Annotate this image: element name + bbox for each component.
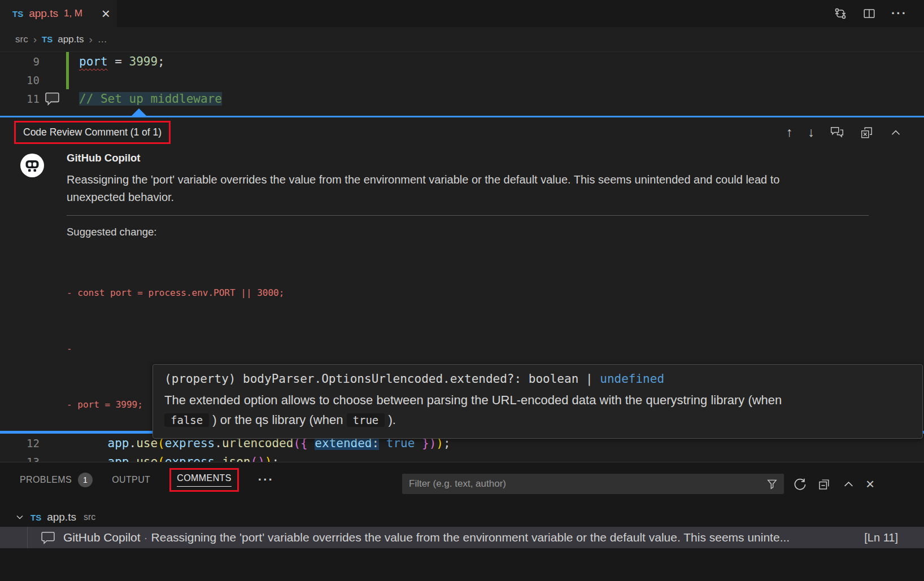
more-panel-tabs-icon[interactable]: ··· — [258, 473, 274, 487]
code-text: app.use(express.json()); — [79, 455, 279, 462]
comment-anchor-arrow — [132, 108, 146, 116]
comment-body: Reassigning the 'port' variable override… — [67, 171, 870, 206]
typescript-file-icon: TS — [42, 34, 53, 44]
comment-line-reference: [Ln 11] — [860, 531, 898, 544]
line-number: 11 — [0, 93, 40, 105]
code-editor: 9 port = 3999; 10 11 // Set up middlewar… — [0, 52, 924, 108]
comment-author: GitHub Copilot — [67, 152, 924, 164]
tooltip-signature: (property) bodyParser.OptionsUrlencoded.… — [153, 365, 922, 388]
typescript-file-icon: TS — [30, 513, 41, 522]
chevron-down-icon — [15, 512, 25, 522]
tab-modified-indicator: 1, M — [64, 8, 82, 19]
close-all-comments-icon[interactable] — [860, 126, 874, 139]
diff-line: - — [67, 343, 72, 354]
tree-file-name: app.ts — [47, 511, 76, 523]
editor-tab-bar: TS app.ts 1, M × ··· — [0, 0, 924, 27]
tree-file-path: src — [84, 512, 95, 522]
vscode-window: TS app.ts 1, M × ··· — [0, 0, 924, 581]
close-panel-icon[interactable]: × — [866, 478, 874, 490]
code-line-11[interactable]: 11 // Set up middleware — [0, 89, 924, 108]
refresh-icon[interactable] — [793, 477, 807, 491]
breadcrumb-symbol[interactable]: … — [98, 34, 107, 45]
line-number: 9 — [0, 55, 40, 68]
gutter-modified-indicator — [66, 71, 69, 89]
breadcrumb-folder[interactable]: src — [15, 34, 28, 45]
suggested-change-label: Suggested change: — [67, 226, 924, 238]
tab-app-ts[interactable]: TS app.ts 1, M × — [0, 0, 117, 27]
problems-count-badge: 1 — [78, 473, 93, 487]
collapse-all-icon[interactable] — [817, 477, 831, 491]
filter-icon[interactable] — [766, 478, 778, 490]
more-actions-icon[interactable]: ··· — [891, 6, 907, 21]
comment-thread-icon[interactable] — [45, 92, 60, 106]
comment-discussion-icon[interactable] — [830, 126, 844, 139]
comment-row-author: GitHub Copilot — [63, 531, 141, 544]
code-text: port = 3999; — [79, 55, 165, 68]
gutter-modified-indicator — [66, 52, 69, 71]
line-number: 12 — [0, 437, 40, 449]
panel-actions: × — [793, 474, 874, 494]
hover-tooltip: (property) bodyParser.OptionsUrlencoded.… — [152, 364, 923, 439]
comment-widget-actions: ↑ ↓ — [786, 125, 913, 140]
code-line-9[interactable]: 9 port = 3999; — [0, 52, 924, 71]
tab-output[interactable]: OUTPUT — [112, 475, 150, 485]
comment-icon — [41, 531, 55, 544]
breadcrumb: src › TS app.ts › … — [0, 27, 924, 52]
comment-body-line: Reassigning the 'port' variable override… — [67, 171, 870, 189]
open-changes-icon[interactable] — [834, 7, 847, 20]
split-editor-icon[interactable] — [862, 7, 876, 20]
tree-indent-guide — [27, 527, 28, 548]
typescript-file-icon: TS — [12, 9, 23, 19]
maximize-panel-icon[interactable] — [842, 477, 856, 491]
filter-input[interactable] — [402, 478, 784, 490]
chevron-right-icon: › — [33, 33, 37, 46]
tab-problems[interactable]: PROBLEMS 1 — [20, 473, 93, 487]
comment-widget-header: Code Review Comment (1 of 1) ↑ ↓ — [0, 117, 924, 144]
editor-actions: ··· — [834, 0, 924, 27]
comment-list-item[interactable]: GitHub Copilot·Reassigning the 'port' va… — [0, 527, 924, 548]
close-tab-icon[interactable]: × — [102, 8, 110, 19]
comment-row-text: Reassigning the 'port' variable override… — [151, 531, 790, 544]
line-number: 10 — [0, 74, 40, 86]
diff-line: - const port = process.env.PORT || 3000; — [67, 287, 284, 298]
tooltip-description: The extended option allows to choose bet… — [153, 388, 922, 438]
chevron-right-icon: › — [89, 33, 92, 46]
annotation-highlight: COMMENTS — [169, 468, 239, 492]
code-text: // Set up middleware — [79, 92, 222, 106]
divider — [67, 215, 869, 216]
collapse-widget-icon[interactable] — [889, 126, 903, 139]
comment-widget-title: Code Review Comment (1 of 1) — [23, 126, 162, 138]
comment-body-line: unexpected behavior. — [67, 189, 870, 206]
tab-comments[interactable]: COMMENTS — [177, 473, 232, 487]
separator-dot: · — [141, 531, 151, 544]
diff-line: - port = 3999; — [67, 399, 143, 410]
line-number: 13 — [0, 456, 40, 462]
breadcrumb-file[interactable]: app.ts — [58, 34, 84, 45]
github-copilot-avatar — [20, 154, 44, 177]
next-comment-icon[interactable]: ↓ — [808, 125, 815, 140]
code-line-13[interactable]: 13 app.use(express.json()); — [0, 452, 924, 462]
comments-tree-file-row[interactable]: TS app.ts src — [0, 509, 924, 526]
bottom-panel: PROBLEMS 1 OUTPUT COMMENTS ··· — [0, 462, 924, 581]
comments-filter — [402, 474, 784, 494]
annotation-highlight: Code Review Comment (1 of 1) — [14, 121, 171, 144]
code-line-10[interactable]: 10 — [0, 71, 924, 89]
previous-comment-icon[interactable]: ↑ — [786, 125, 793, 140]
tab-filename: app.ts — [29, 7, 58, 20]
